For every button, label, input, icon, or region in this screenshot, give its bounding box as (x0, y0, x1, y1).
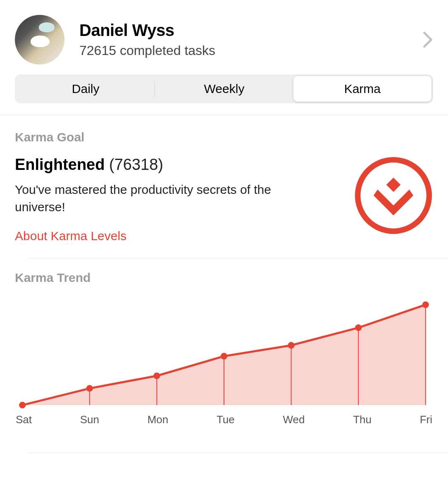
karma-level-name: Enlightened (15, 156, 105, 173)
profile-subtitle: 72615 completed tasks (79, 43, 407, 58)
chart-x-label: Fri (420, 413, 432, 426)
karma-description: You've mastered the productivity secrets… (15, 181, 271, 216)
chart-x-label: Sun (80, 413, 99, 426)
karma-trend-chart: SatSunMonTueWedThuFri (0, 296, 448, 426)
chevron-right-icon (422, 31, 433, 48)
chart-x-label: Sat (16, 413, 32, 426)
chart-x-label: Mon (148, 413, 169, 426)
svg-point-14 (422, 301, 429, 308)
chart-x-label: Tue (217, 413, 235, 426)
profile-text: Daniel Wyss 72615 completed tasks (79, 21, 407, 58)
tab-karma[interactable]: Karma (293, 76, 431, 102)
profile-name: Daniel Wyss (79, 21, 407, 40)
tab-weekly[interactable]: Weekly (155, 76, 293, 102)
karma-level-heading: Enlightened (76318) (15, 156, 341, 174)
svg-point-11 (221, 353, 227, 360)
divider (28, 453, 448, 453)
segmented-control: Daily Weekly Karma (15, 74, 433, 103)
chart-x-label: Wed (283, 413, 305, 426)
svg-point-10 (153, 372, 160, 379)
svg-point-12 (288, 342, 294, 348)
karma-goal-title: Karma Goal (15, 130, 433, 144)
karma-badge-icon (354, 156, 433, 235)
svg-point-13 (355, 324, 362, 331)
chart-x-label: Thu (353, 413, 372, 426)
svg-point-9 (86, 385, 93, 392)
about-karma-link[interactable]: About Karma Levels (15, 229, 341, 243)
karma-points: (76318) (109, 156, 163, 173)
karma-trend-title: Karma Trend (15, 271, 433, 285)
profile-header[interactable]: Daniel Wyss 72615 completed tasks (0, 0, 448, 74)
tab-daily[interactable]: Daily (17, 76, 155, 102)
svg-point-0 (358, 160, 429, 231)
avatar (15, 15, 64, 64)
svg-point-8 (19, 402, 26, 408)
